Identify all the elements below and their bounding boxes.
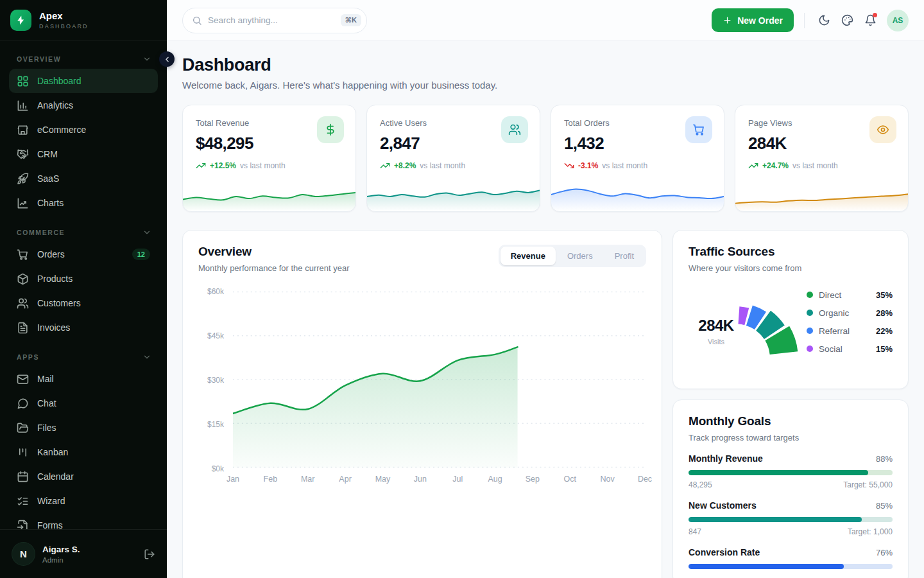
sidebar-item-files[interactable]: Files xyxy=(9,416,158,440)
stat-change-percent: +8.2% xyxy=(394,161,416,170)
goal-monthly-revenue: Monthly Revenue 88% 48,295 Target: 55,00… xyxy=(689,453,893,489)
goals-subtitle: Track progress toward targets xyxy=(689,433,893,442)
sidebar-item-calendar[interactable]: Calendar xyxy=(9,464,158,489)
nav-section-overview[interactable]: OVERVIEW xyxy=(9,49,158,69)
user-name: Aigars S. xyxy=(42,545,80,554)
legend-dot xyxy=(807,346,813,352)
legend-label: Direct xyxy=(819,290,841,300)
sidebar-item-charts[interactable]: Charts xyxy=(9,191,158,215)
mail-icon xyxy=(17,373,29,385)
sidebar-item-label: Charts xyxy=(37,198,64,208)
sidebar-item-analytics[interactable]: Analytics xyxy=(9,93,158,118)
new-order-button[interactable]: New Order xyxy=(712,8,794,32)
stat-card-total-revenue: Total Revenue $48,295 +12.5% vs last mon… xyxy=(182,105,356,212)
user-avatar[interactable]: N xyxy=(12,542,35,566)
monthly-goals-card: Monthly Goals Track progress toward targ… xyxy=(672,399,909,578)
eye-icon xyxy=(877,123,889,136)
x-axis-label: Sep xyxy=(526,475,540,484)
users-icon-box xyxy=(501,116,528,143)
sidebar-item-forms[interactable]: Forms xyxy=(9,513,158,529)
nav-section-commerce[interactable]: COMMERCE xyxy=(9,223,158,242)
theme-palette-button[interactable] xyxy=(835,9,859,32)
tab-orders[interactable]: Orders xyxy=(557,247,603,265)
section-label: OVERVIEW xyxy=(17,55,61,63)
chevron-down-icon xyxy=(142,228,151,237)
lightning-bolt-icon xyxy=(15,15,26,26)
x-axis-label: Mar xyxy=(301,475,315,484)
sidebar-item-wizard[interactable]: Wizard xyxy=(9,489,158,513)
sidebar-item-dashboard[interactable]: Dashboard xyxy=(9,69,158,93)
sidebar-item-invoices[interactable]: Invoices xyxy=(9,315,158,340)
trending-down-icon xyxy=(564,161,574,171)
main-area: ⌘K New Order AS Dashboard Welcome back, … xyxy=(167,0,924,578)
kanban-icon xyxy=(17,446,29,459)
sidebar-item-products[interactable]: Products xyxy=(9,267,158,291)
sidebar-user-area: N Aigars S. Admin xyxy=(0,529,167,578)
trending-up-icon xyxy=(380,161,390,171)
sidebar-item-label: Chat xyxy=(37,398,56,408)
sidebar-item-saas[interactable]: SaaS xyxy=(9,166,158,191)
file-text-icon xyxy=(17,322,29,334)
revenue-sparkline xyxy=(183,180,355,211)
goal-label: New Customers xyxy=(689,500,757,511)
users-sparkline xyxy=(367,180,540,211)
y-axis-label: $15k xyxy=(198,420,224,429)
dashboard-grid-icon xyxy=(17,75,29,87)
notifications-button[interactable] xyxy=(859,9,882,32)
goal-progress-fill xyxy=(689,470,868,475)
users-icon xyxy=(17,297,29,310)
brand-name: Apex xyxy=(39,10,89,22)
overview-title: Overview xyxy=(198,245,350,259)
traffic-sources-card: Traffic Sources Where your visitors come… xyxy=(672,230,909,389)
user-role: Admin xyxy=(42,556,80,564)
legend-value: 15% xyxy=(876,344,893,354)
moon-icon xyxy=(818,14,830,26)
goal-percent: 88% xyxy=(876,454,893,464)
profile-avatar[interactable]: AS xyxy=(887,10,909,31)
section-label: COMMERCE xyxy=(17,229,65,236)
sidebar-item-customers[interactable]: Customers xyxy=(9,291,158,315)
sidebar-item-mail[interactable]: Mail xyxy=(9,367,158,391)
notification-dot xyxy=(873,13,877,17)
sidebar-item-label: SaaS xyxy=(37,173,59,184)
revenue-area-chart: $60k$45k$30k$15k$0k JanFebMarAprMayJunJu… xyxy=(198,291,646,496)
legend-label: Referral xyxy=(819,326,850,336)
sidebar-item-crm[interactable]: CRM xyxy=(9,142,158,166)
legend-value: 35% xyxy=(876,290,893,300)
sidebar-item-chat[interactable]: Chat xyxy=(9,391,158,416)
sidebar-item-orders[interactable]: Orders 12 xyxy=(9,242,158,267)
chart-plot-area xyxy=(233,291,645,468)
trend-chart-icon xyxy=(17,197,29,209)
tab-revenue[interactable]: Revenue xyxy=(501,247,556,265)
chevron-left-icon xyxy=(163,55,171,64)
sidebar-item-ecommerce[interactable]: eCommerce xyxy=(9,118,158,142)
x-axis-label: Dec xyxy=(638,475,652,484)
chevron-down-icon xyxy=(142,55,151,64)
trending-up-icon xyxy=(196,161,206,171)
overview-tab-group: Revenue Orders Profit xyxy=(499,245,646,267)
tab-profit[interactable]: Profit xyxy=(604,247,644,265)
stat-change-suffix: vs last month xyxy=(420,161,465,170)
sidebar-item-label: Forms xyxy=(37,520,63,529)
search-box[interactable]: ⌘K xyxy=(182,8,367,33)
goal-percent: 76% xyxy=(876,548,893,557)
legend-item-organic: Organic 28% xyxy=(807,304,893,322)
sidebar-item-kanban[interactable]: Kanban xyxy=(9,440,158,464)
sidebar-item-label: Dashboard xyxy=(37,76,81,86)
sidebar-collapse-button[interactable] xyxy=(159,51,175,67)
nav-section-apps[interactable]: APPS xyxy=(9,347,158,367)
sidebar-nav: OVERVIEW Dashboard Analytics eCommerce C… xyxy=(0,40,167,529)
sidebar-item-label: Mail xyxy=(37,374,54,384)
search-icon xyxy=(192,15,202,26)
traffic-subtitle: Where your visitors come from xyxy=(689,263,893,273)
stat-change: -3.1% vs last month xyxy=(564,161,711,171)
logout-button[interactable] xyxy=(144,548,155,560)
dark-mode-toggle[interactable] xyxy=(812,9,835,32)
search-input[interactable] xyxy=(208,15,335,25)
goal-progress-fill xyxy=(689,517,862,522)
goal-current-value: 847 xyxy=(689,527,701,536)
stat-change: +24.7% vs last month xyxy=(748,161,895,171)
legend-item-direct: Direct 35% xyxy=(807,286,893,304)
x-axis-label: Jun xyxy=(414,475,427,484)
package-icon xyxy=(17,273,29,285)
